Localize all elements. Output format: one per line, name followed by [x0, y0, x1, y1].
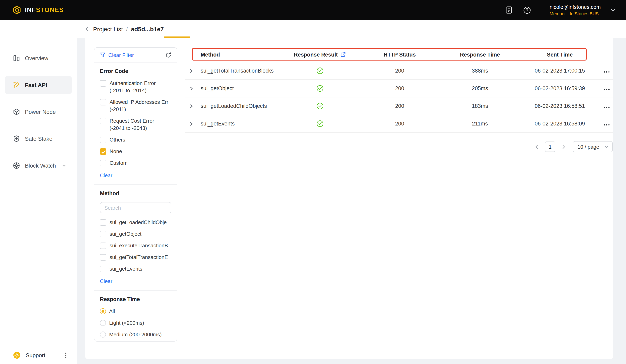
row-method: sui_getEvents	[197, 121, 281, 127]
option-label: Light (<200ms)	[109, 320, 144, 327]
breadcrumb-current: ad5d...b1e7	[131, 26, 164, 32]
method-clear-link[interactable]: Clear	[100, 278, 112, 284]
more-options-icon[interactable]	[63, 352, 69, 358]
checkbox[interactable]	[100, 80, 106, 87]
page-number-button[interactable]: 1	[545, 141, 555, 152]
error-code-title: Error Code	[100, 68, 171, 74]
checkbox[interactable]	[100, 242, 106, 249]
checkbox[interactable]	[100, 99, 106, 105]
success-icon	[281, 103, 359, 109]
sidebar-item-power-node[interactable]: Power Node	[5, 103, 72, 121]
response-time-option[interactable]: Light (<200ms)	[100, 320, 171, 327]
method-option[interactable]: sui_getObject	[100, 231, 171, 238]
row-response-time: 388ms	[441, 68, 519, 74]
checkbox[interactable]	[100, 231, 106, 237]
row-actions-button[interactable]	[600, 122, 613, 126]
previous-page-button[interactable]	[534, 144, 539, 149]
response-time-option[interactable]: All	[100, 308, 171, 315]
error-code-option[interactable]: Custom	[100, 160, 171, 167]
option-label: Authentication Error	[110, 80, 156, 87]
user-role: Member · InfStones BUS	[549, 11, 599, 16]
logo-text-stones: STONES	[36, 6, 64, 13]
col-response-result: Response Result	[281, 52, 359, 58]
support-button[interactable]: Support	[0, 346, 77, 364]
method-option[interactable]: sui_getLoadedChildObje	[100, 219, 171, 226]
response-time-option[interactable]: Medium (200-2000ms)	[100, 331, 171, 338]
response-time-title: Response Time	[100, 296, 171, 302]
radio-button[interactable]	[100, 320, 106, 326]
row-actions-button[interactable]	[600, 87, 613, 90]
sidebar-item-block-watch[interactable]: Block Watch	[5, 157, 72, 174]
filter-panel: Clear Filter Error Code Authentication E…	[94, 47, 177, 342]
error-code-option[interactable]: Authentication Error (-2011 to -2014)	[100, 80, 171, 94]
infstones-logo[interactable]: INFSTONES	[12, 5, 64, 15]
col-method: Method	[197, 52, 281, 58]
success-icon	[281, 120, 359, 127]
checkbox[interactable]	[100, 219, 106, 226]
row-http-status: 200	[359, 103, 441, 109]
row-response-time: 205ms	[441, 85, 519, 91]
radio-button[interactable]	[100, 308, 106, 314]
checkbox[interactable]	[100, 254, 106, 261]
chevron-down-icon	[610, 7, 616, 13]
row-http-status: 200	[359, 85, 441, 91]
document-icon[interactable]	[499, 6, 518, 14]
row-method: sui_getTotalTransactionBlocks	[197, 68, 281, 74]
row-sent-time: 06-02-2023 16:59:39	[519, 85, 600, 91]
pagination: 1 10 / page	[185, 141, 613, 152]
user-menu[interactable]: nicole@infstones.com Member · InfStones …	[540, 0, 620, 20]
error-code-section: Error Code Authentication Error (-2011 t…	[94, 63, 177, 184]
back-button[interactable]	[84, 26, 90, 32]
page-size-select[interactable]: 10 / page	[573, 141, 613, 152]
checkbox[interactable]	[100, 266, 106, 272]
fast-api-icon	[13, 81, 20, 89]
power-node-icon	[13, 108, 20, 115]
method-search-input[interactable]	[100, 202, 171, 213]
error-code-option[interactable]: Allowed IP Addresses Err (-2011)	[100, 99, 171, 113]
logo-text-inf: INF	[25, 6, 36, 13]
success-icon	[281, 67, 359, 74]
user-email: nicole@infstones.com	[549, 4, 601, 10]
row-expand-button[interactable]	[185, 121, 197, 126]
chevron-down-icon	[62, 163, 66, 168]
checkbox[interactable]	[100, 148, 106, 155]
row-expand-button[interactable]	[185, 68, 197, 73]
sidebar-nav: Overview Fast API Power Node Safe Stake	[0, 20, 77, 174]
help-icon[interactable]	[518, 6, 536, 14]
row-actions-button[interactable]	[600, 69, 613, 72]
row-expand-button[interactable]	[185, 104, 197, 108]
row-http-status: 200	[359, 68, 441, 74]
option-label: Medium (200-2000ms)	[109, 331, 162, 338]
infstones-logo-icon	[12, 5, 22, 15]
success-icon	[281, 85, 359, 92]
sidebar-item-safe-stake[interactable]: Safe Stake	[5, 130, 72, 148]
radio-button[interactable]	[100, 331, 106, 337]
row-expand-button[interactable]	[185, 86, 197, 91]
row-method: sui_getLoadedChildObjects	[197, 103, 281, 109]
error-code-option[interactable]: Others	[100, 136, 171, 143]
sidebar-item-overview[interactable]: Overview	[5, 49, 72, 67]
row-sent-time: 06-02-2023 17:00:15	[519, 68, 600, 74]
method-option[interactable]: sui_executeTransactionB	[100, 242, 171, 249]
clear-filter-button[interactable]: Clear Filter	[108, 52, 134, 58]
error-code-option[interactable]: None	[100, 148, 171, 155]
checkbox[interactable]	[100, 160, 106, 166]
next-page-button[interactable]	[561, 144, 566, 149]
checkbox[interactable]	[100, 137, 106, 143]
method-option[interactable]: sui_getTotalTransactionE	[100, 254, 171, 261]
breadcrumb-parent-link[interactable]: Project List	[93, 26, 123, 32]
refresh-icon[interactable]	[165, 52, 171, 58]
external-link-icon[interactable]	[340, 52, 346, 57]
error-code-clear-link[interactable]: Clear	[100, 172, 112, 178]
response-time-section: Response Time All Light (<200ms)	[94, 291, 177, 342]
option-label: None	[110, 148, 122, 155]
sidebar-item-fast-api[interactable]: Fast API	[5, 76, 72, 94]
method-option[interactable]: sui_getEvents	[100, 265, 171, 273]
checkbox[interactable]	[100, 118, 106, 124]
row-actions-button[interactable]	[600, 104, 613, 108]
option-label: Allowed IP Addresses Err	[110, 99, 168, 106]
option-label: sui_getLoadedChildObje	[110, 219, 167, 226]
topbar-actions: nicole@infstones.com Member · InfStones …	[499, 0, 620, 20]
error-code-option[interactable]: Request Cost Error (-2041 to -2043)	[100, 117, 171, 132]
chevron-down-icon	[604, 144, 609, 149]
